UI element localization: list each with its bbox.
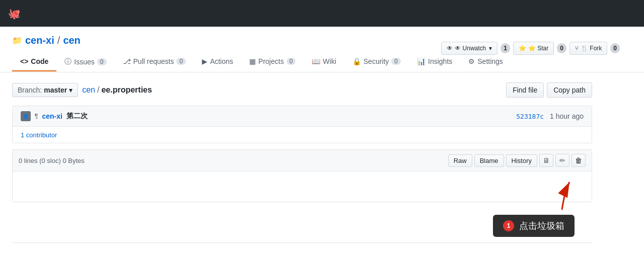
contributor-link[interactable]: 1 contributor [21, 131, 57, 139]
repo-nav: <> Code ⓘ Issues 0 ⎇ [12, 52, 632, 72]
star-label: ⭐ Star [528, 45, 548, 52]
file-actions: Raw Blame History 🖥 ✏ 🗑 [448, 154, 586, 167]
breadcrumb-right: Find file Copy path [506, 82, 592, 98]
annotation-area: 1 点击垃圾箱 [12, 202, 592, 242]
branch-prefix: Branch: [18, 86, 42, 94]
commit-footer: 1 contributor [13, 127, 592, 143]
tab-pullrequests[interactable]: ⎇ Pull requests 0 [115, 52, 194, 71]
eye-icon: 👁 [447, 45, 453, 52]
security-count: 0 [391, 58, 401, 65]
tab-code[interactable]: <> Code [12, 52, 56, 71]
tab-settings[interactable]: ⚙ Settings [460, 52, 511, 71]
tab-settings-label: Settings [477, 57, 503, 65]
repo-name-link[interactable]: cen [63, 35, 80, 46]
edit-icon: ✏ [559, 156, 565, 164]
tab-wiki[interactable]: 📖 Wiki [304, 52, 344, 71]
settings-icon: ⚙ [468, 57, 475, 65]
tab-projects[interactable]: ▦ Projects 0 [241, 52, 304, 71]
avatar-icon: 👤 [23, 114, 29, 119]
commit-author-link[interactable]: cen-xi [42, 112, 62, 120]
tab-issues[interactable]: ⓘ Issues 0 [56, 52, 114, 72]
repo-header: 📁 cen-xi / cen 👁 👁 Unwatch ▾ 1 ⭐ ⭐ Star [0, 27, 644, 72]
edit-file-button[interactable]: ✏ [555, 154, 569, 167]
tab-actions[interactable]: ▶ Actions [194, 52, 241, 71]
annotation-arrow [517, 177, 577, 212]
star-button[interactable]: ⭐ ⭐ Star [513, 42, 554, 55]
tab-security[interactable]: 🔒 Security 0 [344, 52, 409, 71]
history-button[interactable]: History [506, 154, 537, 167]
issues-count: 0 [97, 58, 107, 65]
fork-label: 🍴 Fork [581, 45, 602, 52]
code-icon: <> [20, 57, 28, 65]
tab-projects-label: Projects [258, 57, 284, 65]
fork-icon: ⑂ [575, 45, 579, 52]
commit-box: 👤 ¶ cen-xi 第二次 523187c 1 hour ago 1 cont… [12, 106, 592, 143]
tab-wiki-label: Wiki [323, 57, 336, 65]
insights-icon: 📊 [417, 57, 425, 65]
path-separator: / [57, 35, 60, 46]
breadcrumb-left: Branch: master ▾ cen / ee.properties [12, 83, 152, 97]
star-count: 0 [557, 43, 566, 53]
tab-issues-label: Issues [74, 58, 94, 66]
tab-pr-label: Pull requests [133, 57, 174, 65]
trash-icon: 🗑 [575, 156, 582, 164]
raw-button[interactable]: Raw [448, 154, 472, 167]
file-box: 0 lines (0 sloc) 0 Bytes Raw Blame Histo… [12, 149, 592, 202]
divider [12, 242, 592, 243]
breadcrumb-separator: / [97, 86, 99, 95]
projects-icon: ▦ [249, 57, 256, 65]
tab-code-label: Code [31, 57, 48, 65]
actions-icon: ▶ [202, 57, 207, 65]
tooltip-badge: 1 [503, 220, 514, 231]
avatar: 👤 [21, 111, 31, 121]
file-content [13, 172, 592, 202]
tooltip-text: 点击垃圾箱 [519, 220, 564, 232]
github-logo-icon: 🐙 [8, 8, 21, 20]
star-icon: ⭐ [519, 45, 526, 52]
repo-actions: 👁 👁 Unwatch ▾ 1 ⭐ ⭐ Star 0 ⑂ 🍴 Fork 0 [441, 42, 620, 55]
breadcrumb-path: cen / ee.properties [82, 86, 152, 95]
pr-count: 0 [176, 58, 186, 65]
unwatch-button[interactable]: 👁 👁 Unwatch ▾ [441, 42, 497, 55]
breadcrumb-file: ee.properties [101, 86, 152, 95]
desktop-view-button[interactable]: 🖥 [539, 154, 553, 167]
wiki-icon: 📖 [312, 57, 320, 65]
commit-left: 👤 ¶ cen-xi 第二次 [21, 111, 88, 121]
tab-insights[interactable]: 📊 Insights [409, 52, 460, 71]
commit-right: 523187c 1 hour ago [516, 112, 584, 120]
tab-insights-label: Insights [428, 57, 452, 65]
copy-path-button[interactable]: Copy path [547, 82, 592, 98]
fork-button[interactable]: ⑂ 🍴 Fork [569, 42, 607, 55]
breadcrumb-repo-link[interactable]: cen [82, 86, 95, 95]
tab-security-label: Security [364, 57, 389, 65]
issues-icon: ⓘ [64, 57, 71, 66]
commit-message: 第二次 [66, 112, 88, 121]
security-icon: 🔒 [352, 57, 361, 65]
tab-actions-label: Actions [210, 57, 233, 65]
find-file-button[interactable]: Find file [506, 82, 544, 98]
chevron-down-icon: ▾ [69, 86, 73, 94]
desktop-icon: 🖥 [543, 156, 550, 164]
blame-button[interactable]: Blame [474, 154, 504, 167]
main-content: Branch: master ▾ cen / ee.properties Fin… [0, 72, 604, 255]
commit-time: 1 hour ago [550, 112, 584, 120]
commit-sha-link[interactable]: 523187c [516, 113, 544, 120]
breadcrumb-bar: Branch: master ▾ cen / ee.properties Fin… [12, 82, 592, 98]
file-info: 0 lines (0 sloc) 0 Bytes [19, 157, 85, 164]
delete-file-button[interactable]: 🗑 [571, 154, 586, 167]
unwatch-count: 1 [500, 43, 510, 53]
repo-owner-link[interactable]: cen-xi [25, 35, 54, 46]
projects-count: 0 [287, 58, 296, 65]
file-toolbar: 0 lines (0 sloc) 0 Bytes Raw Blame Histo… [13, 150, 592, 172]
unwatch-label: 👁 Unwatch [455, 45, 486, 52]
annotation-tooltip: 1 点击垃圾箱 [493, 215, 575, 237]
fork-count: 0 [610, 43, 620, 53]
commit-header: 👤 ¶ cen-xi 第二次 523187c 1 hour ago [13, 106, 592, 127]
commit-type-icon: ¶ [35, 113, 38, 120]
branch-selector[interactable]: Branch: master ▾ [12, 83, 78, 97]
header-bar: 🐙 [0, 0, 644, 27]
branch-name: master [44, 86, 67, 94]
pr-icon: ⎇ [123, 57, 131, 65]
repo-type-icon: 📁 [12, 36, 22, 45]
